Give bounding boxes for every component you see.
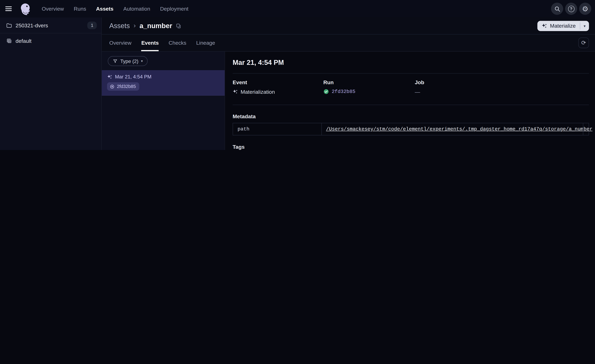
events-filter-bar: Type (2) ▾ bbox=[102, 52, 225, 70]
event-list-item-selected[interactable]: Mar 21, 4:54 PM 2fd32b85 bbox=[102, 70, 225, 96]
main-content: Assets › a_number bbox=[102, 17, 595, 150]
type-filter-button[interactable]: Type (2) ▾ bbox=[108, 56, 148, 66]
folder-icon bbox=[6, 22, 12, 28]
event-detail-heading: Mar 21, 4:54 PM bbox=[233, 58, 589, 68]
metadata-key: path bbox=[233, 123, 322, 135]
run-target-icon bbox=[110, 84, 115, 89]
metadata-section-title: Metadata bbox=[233, 113, 589, 119]
divider bbox=[233, 105, 589, 105]
run-column: Run 2fd32b85 bbox=[323, 79, 415, 95]
hamburger-menu-icon[interactable] bbox=[5, 5, 14, 13]
chevron-down-icon: ▾ bbox=[584, 24, 586, 28]
search-button[interactable] bbox=[551, 3, 563, 15]
event-run-id-tag[interactable]: 2fd32b85 bbox=[107, 82, 139, 91]
run-column-label: Run bbox=[323, 79, 415, 85]
run-id-link[interactable]: 2fd32b85 bbox=[332, 89, 355, 94]
chevron-down-icon: ▾ bbox=[141, 59, 143, 63]
events-list-panel: Type (2) ▾ Mar 21, 4:54 PM bbox=[102, 52, 225, 150]
materialization-sparkle-icon bbox=[542, 23, 547, 28]
top-nav: Overview Runs Assets Automation Deployme… bbox=[0, 0, 595, 17]
event-column-label: Event bbox=[233, 79, 323, 85]
sync-icon: ⟳ bbox=[581, 39, 586, 46]
job-value: — bbox=[415, 89, 420, 95]
materialize-dropdown-button[interactable]: ▾ bbox=[580, 21, 589, 31]
tab-checks[interactable]: Checks bbox=[169, 35, 186, 51]
asset-count-badge: 1 bbox=[87, 21, 97, 29]
code-location-name: 250321-dvers bbox=[16, 22, 48, 28]
page-title: a_number bbox=[140, 22, 172, 30]
tab-events[interactable]: Events bbox=[141, 35, 159, 51]
question-icon: ? bbox=[568, 6, 574, 12]
materialize-label: Materialize bbox=[550, 23, 576, 29]
job-column-label: Job bbox=[415, 79, 589, 85]
type-filter-label: Type (2) bbox=[120, 58, 139, 64]
settings-button[interactable]: ⚙ bbox=[579, 3, 591, 15]
nav-item-assets[interactable]: Assets bbox=[96, 6, 113, 12]
breadcrumb-assets-link[interactable]: Assets bbox=[109, 22, 130, 30]
metadata-table: path /Users/smackesey/stm/code/elementl/… bbox=[233, 123, 589, 135]
materialization-sparkle-icon bbox=[233, 89, 238, 94]
asset-group-name: default bbox=[16, 38, 32, 44]
dagster-app: Overview Runs Assets Automation Deployme… bbox=[0, 0, 595, 150]
breadcrumb: Assets › a_number bbox=[102, 17, 595, 35]
nav-item-automation[interactable]: Automation bbox=[123, 6, 150, 12]
event-detail-panel: Mar 21, 4:54 PM Event Materi bbox=[225, 52, 595, 150]
materialize-button[interactable]: Materialize bbox=[538, 21, 580, 31]
event-timestamp: Mar 21, 4:54 PM bbox=[115, 74, 151, 79]
tab-lineage[interactable]: Lineage bbox=[196, 35, 215, 51]
event-column: Event Materialization bbox=[233, 79, 323, 95]
copy-icon bbox=[176, 23, 181, 28]
refresh-button[interactable]: ⟳ bbox=[578, 37, 589, 48]
asset-sidebar: 250321-dvers 1 default 250321-dvers ⟳ bbox=[0, 17, 102, 150]
tags-section-title: Tags bbox=[233, 144, 589, 150]
event-summary-columns: Event Materialization R bbox=[233, 79, 589, 95]
copy-asset-name-button[interactable] bbox=[176, 23, 181, 28]
dagster-logo-icon[interactable] bbox=[19, 2, 33, 16]
nav-items: Overview Runs Assets Automation Deployme… bbox=[42, 6, 188, 12]
sidebar-item-default-group[interactable]: default bbox=[0, 34, 101, 49]
event-type-value: Materialization bbox=[241, 89, 275, 95]
sidebar-item-code-location[interactable]: 250321-dvers 1 bbox=[0, 17, 101, 34]
asset-group-icon bbox=[6, 38, 12, 44]
run-success-check-icon bbox=[323, 89, 329, 94]
gear-icon: ⚙ bbox=[582, 5, 588, 12]
event-run-id: 2fd32b85 bbox=[117, 84, 136, 89]
help-button[interactable]: ? bbox=[565, 3, 577, 15]
tab-overview[interactable]: Overview bbox=[109, 35, 131, 51]
filter-funnel-icon bbox=[113, 59, 118, 63]
table-end-cell bbox=[583, 123, 588, 135]
nav-item-overview[interactable]: Overview bbox=[42, 6, 64, 12]
divider bbox=[233, 73, 589, 74]
nav-item-runs[interactable]: Runs bbox=[74, 6, 86, 12]
materialization-sparkle-icon bbox=[107, 74, 112, 79]
search-icon bbox=[554, 6, 560, 12]
chevron-right-icon: › bbox=[134, 22, 136, 30]
metadata-path-link[interactable]: /Users/smackesey/stm/code/elementl/exper… bbox=[326, 126, 592, 132]
nav-item-deployment[interactable]: Deployment bbox=[160, 6, 188, 12]
job-column: Job — bbox=[415, 79, 589, 95]
asset-tabs: Overview Events Checks Lineage ⟳ bbox=[102, 35, 595, 52]
table-row: path /Users/smackesey/stm/code/elementl/… bbox=[233, 123, 588, 135]
materialize-split-button: Materialize ▾ bbox=[538, 21, 589, 31]
